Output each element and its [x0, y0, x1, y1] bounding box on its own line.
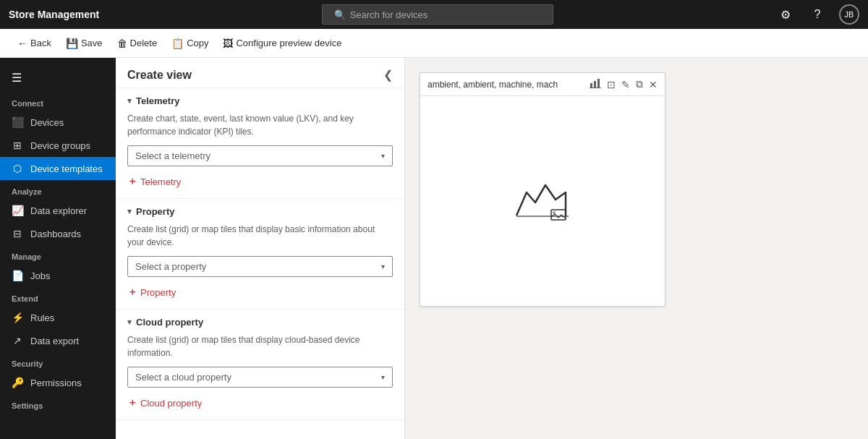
devices-icon: ⬛	[12, 116, 23, 128]
cloud-property-select-placeholder: Select a cloud property	[135, 372, 231, 383]
toolbar: ← Back 💾 Save 🗑 Delete 📋 Copy 🖼 Configur…	[0, 29, 868, 58]
property-select-chevron: ▾	[381, 263, 385, 270]
content-area: Create view ❮ ▾ Telemetry Create chart, …	[116, 58, 868, 439]
search-placeholder: Search for devices	[350, 9, 428, 20]
plus-icon: ＋	[127, 175, 137, 188]
property-section-header[interactable]: ▾ Property	[127, 206, 393, 217]
svg-rect-1	[594, 81, 596, 88]
widget-tile-header: ambient, ambient, machine, mach ⊡ ✎	[420, 73, 665, 96]
hamburger-menu[interactable]: ☰	[0, 64, 116, 92]
telemetry-section: ▾ Telemetry Create chart, state, event, …	[116, 88, 404, 199]
search-bar[interactable]: 🔍 Search for devices	[322, 4, 553, 25]
panel-body: ▾ Telemetry Create chart, state, event, …	[116, 88, 404, 420]
widget-resize-icon[interactable]: ⊡	[607, 79, 616, 90]
help-icon[interactable]: ?	[807, 4, 827, 25]
configure-preview-button[interactable]: 🖼 Configure preview device	[217, 35, 347, 52]
sidebar-item-data-explorer[interactable]: 📈 Data explorer	[0, 199, 116, 222]
widget-title: ambient, ambient, machine, mach	[427, 80, 572, 90]
avatar[interactable]: JB	[839, 4, 859, 25]
sidebar-item-jobs[interactable]: 📄 Jobs	[0, 264, 116, 287]
svg-rect-0	[590, 83, 592, 88]
copy-icon: 📋	[171, 38, 184, 49]
data-explorer-icon: 📈	[12, 205, 23, 216]
widget-close-icon[interactable]: ✕	[649, 79, 658, 90]
sidebar-section-extend: Extend	[0, 287, 116, 306]
top-nav: Store Management 🔍 Search for devices ⚙ …	[0, 0, 868, 29]
save-button[interactable]: 💾 Save	[60, 35, 109, 52]
cloud-property-description: Create list (grid) or map tiles that dis…	[127, 333, 393, 359]
panel-close-button[interactable]: ❮	[383, 68, 393, 82]
svg-point-6	[553, 211, 556, 214]
cloud-property-chevron-icon: ▾	[127, 317, 132, 327]
device-templates-icon: ⬡	[12, 163, 23, 174]
configure-icon: 🖼	[223, 38, 233, 49]
add-property-button[interactable]: ＋ Property	[127, 283, 393, 302]
canvas-area: ambient, ambient, machine, mach ⊡ ✎	[405, 58, 868, 439]
back-button[interactable]: ← Back	[12, 35, 57, 52]
telemetry-description: Create chart, state, event, last known v…	[127, 112, 393, 138]
property-section: ▾ Property Create list (grid) or map til…	[116, 199, 404, 310]
property-select[interactable]: Select a property ▾	[127, 256, 393, 277]
widget-edit-icon[interactable]: ✎	[621, 79, 630, 90]
app-title: Store Management	[9, 9, 99, 20]
sidebar-section-manage: Manage	[0, 245, 116, 264]
cloud-plus-icon: ＋	[127, 396, 137, 409]
cloud-property-section-header[interactable]: ▾ Cloud property	[127, 317, 393, 328]
widget-body	[420, 96, 665, 306]
sidebar-item-device-groups[interactable]: ⊞ Device groups	[0, 134, 116, 157]
widget-tile: ambient, ambient, machine, mach ⊡ ✎	[420, 72, 665, 307]
cloud-property-select[interactable]: Select a cloud property ▾	[127, 367, 393, 388]
add-cloud-property-button[interactable]: ＋ Cloud property	[127, 393, 393, 412]
property-plus-icon: ＋	[127, 286, 137, 299]
sidebar-section-analyze: Analyze	[0, 180, 116, 199]
sidebar-section-settings: Settings	[0, 394, 116, 413]
top-nav-icons: ⚙ ? JB	[775, 4, 859, 25]
save-icon: 💾	[66, 38, 78, 49]
sidebar-item-permissions[interactable]: 🔑 Permissions	[0, 371, 116, 394]
telemetry-chevron-icon: ▾	[127, 96, 132, 106]
cloud-property-select-chevron: ▾	[381, 373, 385, 381]
dashboards-icon: ⊟	[12, 228, 23, 239]
delete-icon: 🗑	[117, 38, 127, 49]
sidebar-item-dashboards[interactable]: ⊟ Dashboards	[0, 222, 116, 245]
widget-copy-icon[interactable]: ⧉	[636, 78, 643, 90]
panel-header: Create view ❮	[116, 58, 404, 88]
delete-button[interactable]: 🗑 Delete	[111, 35, 163, 52]
chart-placeholder-svg	[514, 172, 571, 230]
sidebar-section-connect: Connect	[0, 92, 116, 111]
sidebar-section-security: Security	[0, 352, 116, 371]
rules-icon: ⚡	[12, 312, 23, 323]
main-layout: ☰ Connect ⬛ Devices ⊞ Device groups ⬡ De…	[0, 58, 868, 439]
telemetry-select-chevron: ▾	[381, 152, 385, 160]
data-export-icon: ↗	[12, 335, 23, 346]
sidebar-item-data-export[interactable]: ↗ Data export	[0, 329, 116, 352]
sidebar-item-devices[interactable]: ⬛ Devices	[0, 111, 116, 134]
widget-chart-icon[interactable]	[590, 77, 601, 91]
telemetry-section-header[interactable]: ▾ Telemetry	[127, 95, 393, 106]
telemetry-select[interactable]: Select a telemetry ▾	[127, 145, 393, 166]
sidebar-item-rules[interactable]: ⚡ Rules	[0, 306, 116, 329]
device-groups-icon: ⊞	[12, 140, 23, 151]
property-select-placeholder: Select a property	[135, 261, 206, 272]
settings-icon[interactable]: ⚙	[775, 4, 796, 25]
permissions-icon: 🔑	[12, 377, 23, 388]
add-telemetry-button[interactable]: ＋ Telemetry	[127, 172, 393, 191]
cloud-property-section: ▾ Cloud property Create list (grid) or m…	[116, 310, 404, 420]
property-chevron-icon: ▾	[127, 207, 132, 216]
create-view-panel: Create view ❮ ▾ Telemetry Create chart, …	[116, 58, 405, 439]
jobs-icon: 📄	[12, 270, 23, 281]
copy-button[interactable]: 📋 Copy	[166, 35, 214, 52]
svg-rect-2	[597, 79, 600, 88]
widget-actions: ⊡ ✎ ⧉ ✕	[590, 77, 658, 91]
sidebar: ☰ Connect ⬛ Devices ⊞ Device groups ⬡ De…	[0, 58, 116, 439]
sidebar-item-device-templates[interactable]: ⬡ Device templates	[0, 157, 116, 180]
panel-title: Create view	[127, 69, 192, 82]
search-icon: 🔍	[334, 9, 346, 20]
property-description: Create list (grid) or map tiles that dis…	[127, 223, 393, 249]
telemetry-select-placeholder: Select a telemetry	[135, 150, 210, 161]
back-icon: ←	[17, 38, 27, 49]
